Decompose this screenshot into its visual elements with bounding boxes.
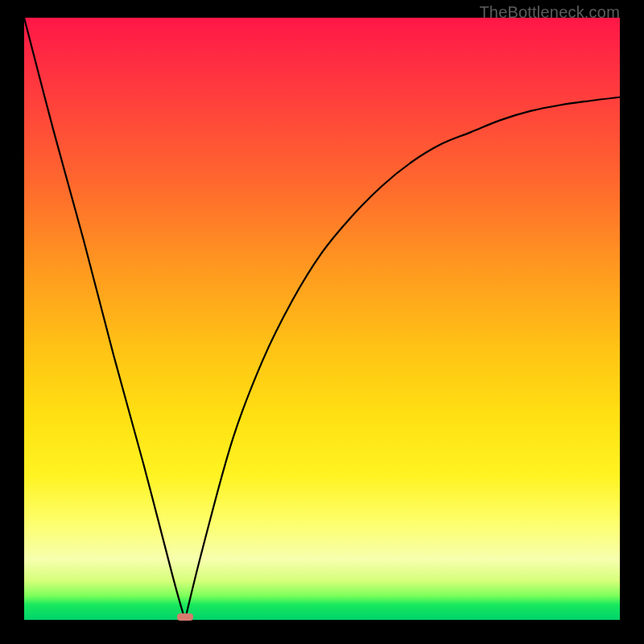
chart-frame: TheBottleneck.com — [0, 0, 644, 644]
minimum-marker — [177, 613, 193, 621]
bottleneck-curve — [24, 18, 620, 620]
plot-area — [24, 18, 620, 620]
